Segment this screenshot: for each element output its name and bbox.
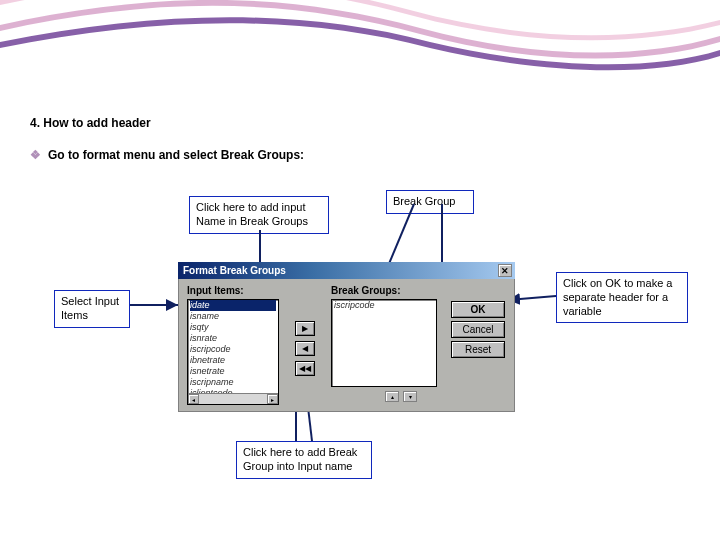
- svg-line-7: [508, 296, 556, 300]
- callout-break-group: Break Group: [386, 190, 474, 214]
- callout-add-input: Click here to add input Name in Break Gr…: [189, 196, 329, 234]
- list-item[interactable]: ibnetrate: [190, 355, 276, 366]
- label-input-items: Input Items:: [187, 285, 244, 296]
- list-item[interactable]: isnrate: [190, 333, 276, 344]
- list-item[interactable]: iscripcode: [190, 344, 276, 355]
- close-icon[interactable]: ✕: [498, 264, 512, 277]
- instruction-text: Go to format menu and select Break Group…: [48, 148, 304, 162]
- move-down-button[interactable]: ▾: [403, 391, 417, 402]
- list-item[interactable]: iscripcode: [334, 300, 434, 311]
- list-item[interactable]: isname: [190, 311, 276, 322]
- list-item[interactable]: idate: [190, 300, 276, 311]
- move-right-button[interactable]: ▶: [295, 321, 315, 336]
- scroll-right-icon[interactable]: ▸: [267, 394, 278, 404]
- instruction-line: ❖Go to format menu and select Break Grou…: [30, 148, 304, 162]
- scroll-left-icon[interactable]: ◂: [188, 394, 199, 404]
- diamond-bullet-icon: ❖: [30, 148, 40, 162]
- list-item[interactable]: iscripname: [190, 377, 276, 388]
- callout-select-input: Select Input Items: [54, 290, 130, 328]
- decorative-swoosh: [0, 0, 720, 80]
- format-break-groups-dialog: Format Break Groups ✕ Input Items: Break…: [178, 262, 515, 412]
- dialog-title: Format Break Groups: [183, 265, 286, 276]
- label-break-groups: Break Groups:: [331, 285, 400, 296]
- reset-button[interactable]: Reset: [451, 341, 505, 358]
- list-item[interactable]: isqty: [190, 322, 276, 333]
- cancel-button[interactable]: Cancel: [451, 321, 505, 338]
- ok-button[interactable]: OK: [451, 301, 505, 318]
- move-left-button[interactable]: ◀: [295, 341, 315, 356]
- list-item[interactable]: isnetrate: [190, 366, 276, 377]
- horizontal-scrollbar[interactable]: ◂ ▸: [188, 393, 278, 404]
- break-groups-listbox[interactable]: iscripcode: [331, 299, 437, 387]
- move-up-button[interactable]: ▴: [385, 391, 399, 402]
- move-all-left-button[interactable]: ◀◀: [295, 361, 315, 376]
- input-items-listbox[interactable]: idate isname isqty isnrate iscripcode ib…: [187, 299, 279, 405]
- callout-click-ok: Click on OK to make a separate header fo…: [556, 272, 688, 323]
- section-heading: 4. How to add header: [30, 116, 151, 130]
- callout-add-break: Click here to add Break Group into Input…: [236, 441, 372, 479]
- dialog-titlebar: Format Break Groups ✕: [178, 262, 515, 279]
